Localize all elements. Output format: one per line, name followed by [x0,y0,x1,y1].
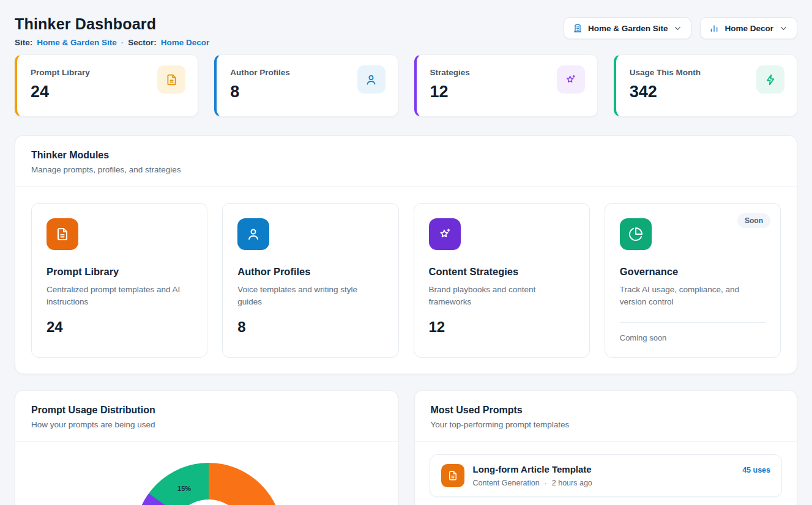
site-selector-label: Home & Garden Site [588,24,668,33]
module-description: Centralized prompt templates and AI inst… [47,284,192,309]
most-used-subtitle: Your top-performing prompt templates [431,420,781,429]
site-link[interactable]: Home & Garden Site [37,38,117,47]
modules-panel-header: Thinker Modules Manage prompts, profiles… [15,136,797,187]
header-actions: Home & Garden Site Home Decor [564,17,797,39]
meta-dot: · [545,479,547,487]
module-count: 24 [47,319,192,336]
modules-panel-subtitle: Manage prompts, profiles, and strategies [31,165,781,174]
site-meta: Site: Home & Garden Site · Sector: Home … [15,38,209,47]
module-card-governance[interactable]: Soon Governance Track AI usage, complian… [605,203,781,358]
module-title: Content Strategies [429,266,575,278]
module-title: Governance [620,266,765,278]
building-icon [573,23,583,33]
bottom-row: Prompt Usage Distribution How your promp… [15,390,797,505]
sector-label: Sector: [128,38,157,47]
chevron-down-icon [779,24,788,33]
module-title: Author Profiles [237,266,383,278]
document-icon [441,464,464,487]
soon-badge: Soon [737,213,770,228]
divider [620,322,765,323]
document-icon [157,65,185,94]
thinker-modules-panel: Thinker Modules Manage prompts, profiles… [15,135,797,374]
prompt-item-body: Long-form Article Template Content Gener… [473,464,592,487]
prompt-item-meta: Content Generation · 2 hours ago [473,479,592,487]
modules-grid: Prompt Library Centralized prompt templa… [15,187,797,374]
prompt-item-time: 2 hours ago [552,479,592,487]
bar-chart-icon [709,23,719,33]
prompt-usage-distribution-card: Prompt Usage Distribution How your promp… [15,390,398,505]
dashboard-page: Thinker Dashboard Site: Home & Garden Si… [0,0,812,505]
donut-hole [171,499,246,505]
stat-card-usage: Usage This Month 342 [614,54,797,117]
prompt-item-title: Long-form Article Template [473,464,592,474]
stat-card-prompt-library: Prompt Library 24 [15,54,198,117]
document-icon [47,218,78,250]
module-card-author-profiles[interactable]: Author Profiles Voice templates and writ… [222,203,398,358]
stat-card-strategies: Strategies 12 [414,54,598,117]
person-icon [357,65,386,94]
module-title: Prompt Library [47,266,192,278]
site-selector-dropdown[interactable]: Home & Garden Site [564,17,692,39]
coming-soon-text: Coming soon [620,333,765,342]
stat-card-author-profiles: Author Profiles 8 [214,54,398,117]
prompt-list-item[interactable]: Long-form Article Template Content Gener… [430,454,783,497]
usage-card-subtitle: How your prompts are being used [31,420,382,429]
header: Thinker Dashboard Site: Home & Garden Si… [15,15,797,47]
usage-card-header: Prompt Usage Distribution How your promp… [15,391,398,442]
stats-row: Prompt Library 24 Author Profiles 8 Stra… [15,54,797,117]
sector-selector-label: Home Decor [724,24,773,33]
module-count: 12 [429,319,575,336]
donut-chart: 15% [135,463,283,505]
module-count: 8 [237,319,383,336]
module-description: Voice templates and writing style guides [237,284,383,309]
site-label: Site: [15,38,32,47]
module-card-prompt-library[interactable]: Prompt Library Centralized prompt templa… [31,203,207,358]
module-description: Brand playbooks and content frameworks [429,284,575,309]
usage-card-title: Prompt Usage Distribution [31,405,382,416]
prompt-item-category: Content Generation [473,479,540,487]
sparkle-star-icon [429,218,461,250]
most-used-title: Most Used Prompts [431,405,781,416]
chevron-down-icon [673,24,682,33]
sparkle-star-icon [557,65,585,94]
prompt-item-uses: 45 uses [742,466,770,474]
most-used-header: Most Used Prompts Your top-performing pr… [415,391,797,442]
sector-link[interactable]: Home Decor [161,38,210,47]
header-left: Thinker Dashboard Site: Home & Garden Si… [15,15,209,47]
lightning-icon [756,65,784,94]
module-description: Track AI usage, compliance, and version … [620,284,765,309]
page-title: Thinker Dashboard [15,15,209,33]
donut-slice-label: 15% [177,485,191,492]
person-icon [237,218,269,250]
modules-panel-title: Thinker Modules [31,150,781,161]
sector-selector-dropdown[interactable]: Home Decor [700,17,797,39]
pie-chart-icon [620,218,652,250]
meta-dot: · [121,38,124,47]
most-used-prompts-card: Most Used Prompts Your top-performing pr… [414,390,798,505]
module-card-content-strategies[interactable]: Content Strategies Brand playbooks and c… [414,203,590,358]
